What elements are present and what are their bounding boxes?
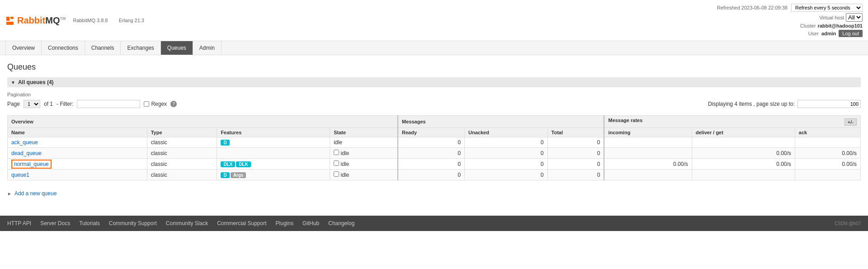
queue-state-cell: idle — [330, 159, 398, 170]
regex-checkbox[interactable] — [144, 101, 149, 107]
feature-badge-d[interactable]: D — [221, 140, 229, 146]
table-row: normal_queueclassicDLXDLK idle0000.00/s0… — [8, 159, 861, 170]
queue-state-cell: idle — [330, 148, 398, 159]
table-row: ack_queueclassicDidle000 — [8, 137, 861, 148]
page-size-input[interactable] — [797, 100, 861, 108]
cluster-value: rabbit@hadoop101 — [818, 23, 863, 28]
queue-unacked-cell: 0 — [465, 159, 547, 170]
queue-incoming-cell — [604, 137, 692, 148]
queue-total-cell: 0 — [547, 137, 604, 148]
page-select[interactable]: 1 — [24, 100, 40, 108]
footer: HTTP API Server Docs Tutorials Community… — [0, 216, 868, 231]
queue-features-cell: DLXDLK — [217, 159, 330, 170]
footer-github[interactable]: GitHub — [302, 220, 319, 227]
queue-total-cell: 0 — [547, 159, 604, 170]
pagination-label: Pagination — [7, 92, 861, 97]
section-arrow: ▼ — [11, 80, 15, 85]
footer-commercial-support[interactable]: Commercial Support — [217, 220, 266, 227]
refreshed-label: Refreshed 2023-06-08 22:09:38 — [717, 5, 788, 10]
queue-unacked-cell: 0 — [465, 137, 547, 148]
footer-tutorials[interactable]: Tutorials — [79, 220, 100, 227]
footer-community-slack[interactable]: Community Slack — [166, 220, 208, 227]
group-messages: Messages — [398, 116, 604, 128]
rabbit-icon — [5, 15, 15, 26]
nav-overview[interactable]: Overview — [5, 41, 42, 55]
all-queues-section[interactable]: ▼ All queues (4) — [7, 77, 861, 87]
footer-changelog[interactable]: Changelog — [328, 220, 354, 227]
pm-button[interactable]: +/- — [844, 118, 857, 126]
queue-ack-cell: 0.00/s — [795, 148, 860, 159]
brand-tm: TM — [60, 16, 66, 21]
refresh-select[interactable]: Refresh every 5 seconds Refresh every 10… — [791, 4, 863, 12]
brand-rabbit: Rabbit — [17, 15, 45, 25]
filter-input[interactable] — [77, 100, 140, 108]
queue-name-link[interactable]: ack_queue — [11, 139, 38, 146]
nav-channels[interactable]: Channels — [85, 41, 121, 55]
nav-admin[interactable]: Admin — [193, 41, 222, 55]
col-name: Name — [8, 128, 147, 137]
queue-type-cell: classic — [147, 137, 217, 148]
displaying-label: Displaying 4 items , page size up to: — [708, 101, 795, 107]
table-row: queue1classicDArgs idle000 — [8, 170, 861, 180]
header: RabbitMQTM RabbitMQ 3.8.8 Erlang 21.3 Re… — [0, 0, 868, 41]
col-ack: ack — [795, 128, 860, 137]
brand-text: RabbitMQTM — [17, 15, 66, 26]
queue-type-cell: classic — [147, 170, 217, 180]
page-title: Queues — [7, 62, 861, 72]
queue-ack-cell: 0.00/s — [795, 159, 860, 170]
feature-badge-dlx[interactable]: DLX — [221, 161, 235, 167]
feature-badge-d[interactable]: D — [221, 172, 229, 178]
logo: RabbitMQTM — [5, 15, 66, 26]
feature-badge-args[interactable]: Args — [231, 172, 246, 178]
logout-button[interactable]: Log out — [839, 30, 863, 37]
group-overview: Overview — [8, 116, 398, 128]
col-deliver-get: deliver / get — [692, 128, 795, 137]
queue-deliver-get-cell — [692, 137, 795, 148]
table-column-header-row: Name Type Features State Ready Unacked T… — [8, 128, 861, 137]
queue-deliver-get-cell: 0.00/s — [692, 159, 795, 170]
nav-queues[interactable]: Queues — [161, 41, 193, 55]
vhost-select[interactable]: All — [846, 13, 863, 22]
footer-community-support[interactable]: Community Support — [109, 220, 157, 227]
page-of: of 1 — [44, 101, 53, 107]
nav-exchanges[interactable]: Exchanges — [121, 41, 160, 55]
section-title: All queues (4) — [18, 79, 54, 85]
queue-ready-cell: 0 — [398, 170, 465, 180]
brand-mq: MQ — [45, 15, 60, 25]
nav-connections[interactable]: Connections — [42, 41, 85, 55]
footer-server-docs[interactable]: Server Docs — [40, 220, 70, 227]
queue-checkbox[interactable] — [334, 160, 339, 166]
user-label: User — [808, 31, 819, 36]
col-type: Type — [147, 128, 217, 137]
col-unacked: Unacked — [465, 128, 547, 137]
vhost-row: Virtual host All — [717, 13, 863, 22]
table-group-header-row: Overview Messages Message rates +/- — [8, 116, 861, 128]
col-features: Features — [217, 128, 330, 137]
feature-badge-dlk[interactable]: DLK — [236, 161, 251, 167]
footer-http-api[interactable]: HTTP API — [7, 220, 31, 227]
queue-features-cell — [217, 148, 330, 159]
pagination-row: Page 1 of 1 - Filter: Regex ? Displaying… — [7, 100, 861, 108]
user-row: User admin Log out — [717, 30, 863, 37]
table-row: dead_queueclassic idle0000.00/s0.00/s — [8, 148, 861, 159]
queue-features-cell: D — [217, 137, 330, 148]
refreshed-value: 2023-06-08 22:09:38 — [741, 5, 788, 10]
queue-name-link[interactable]: queue1 — [11, 172, 29, 178]
erlang-version: Erlang 21.3 — [119, 18, 144, 23]
footer-plugins[interactable]: Plugins — [276, 220, 293, 227]
queue-checkbox[interactable] — [334, 171, 339, 177]
queue-name-cell: dead_queue — [8, 148, 147, 159]
queue-incoming-cell — [604, 170, 692, 180]
add-queue-link[interactable]: Add a new queue — [14, 190, 57, 197]
regex-help: ? — [170, 101, 177, 107]
vhost-label: Virtual host — [819, 15, 844, 20]
rabbitmq-version: RabbitMQ 3.8.8 — [73, 18, 108, 23]
queue-total-cell: 0 — [547, 170, 604, 180]
col-incoming: incoming — [604, 128, 692, 137]
svg-rect-1 — [10, 17, 14, 19]
queue-features-cell: DArgs — [217, 170, 330, 180]
queue-checkbox[interactable] — [334, 150, 339, 155]
queue-name-link[interactable]: normal_queue — [11, 160, 52, 169]
queue-deliver-get-cell — [692, 170, 795, 180]
queue-name-link[interactable]: dead_queue — [11, 150, 42, 156]
